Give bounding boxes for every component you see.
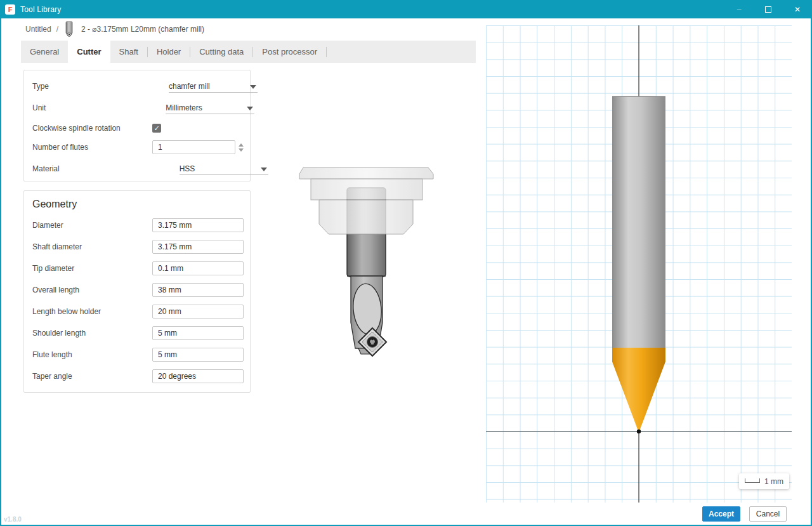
tip-diameter-label: Tip diameter (32, 264, 74, 273)
type-label: Type (32, 82, 49, 91)
scale-value: 1 mm (764, 477, 783, 486)
window-controls: – ✕ (724, 0, 812, 18)
maximize-icon (765, 6, 771, 13)
number-of-flutes-input[interactable] (152, 140, 235, 154)
diameter-label: Diameter (32, 221, 63, 230)
clockwise-rotation-label: Clockwise spindle rotation (32, 124, 121, 133)
type-value: chamfer mill (169, 82, 210, 91)
origin-point (637, 430, 641, 433)
flute-length-input[interactable] (152, 348, 244, 362)
tool-preview-illustration (289, 159, 447, 362)
viewport-canvas (486, 25, 792, 503)
tab-shaft[interactable]: Shaft (110, 41, 147, 63)
overall-length-label: Overall length (32, 286, 79, 294)
chevron-down-icon (247, 107, 253, 110)
shoulder-length-input[interactable] (152, 326, 244, 340)
overall-length-input[interactable] (152, 283, 244, 297)
geometry-card: Geometry Diameter Shaft diameter Tip dia… (23, 190, 251, 393)
diameter-input[interactable] (152, 218, 244, 232)
chevron-down-icon (261, 168, 267, 171)
tab-holder[interactable]: Holder (148, 41, 190, 63)
maximize-button[interactable] (754, 0, 783, 18)
titlebar: F Tool Library – ✕ (0, 0, 812, 18)
shoulder-length-label: Shoulder length (32, 329, 86, 338)
unit-select[interactable]: Millimeters (166, 102, 254, 114)
tool-render (612, 96, 665, 430)
scale-indicator: 1 mm (739, 473, 789, 489)
tab-divider (326, 47, 327, 57)
chevron-down-icon (250, 85, 256, 89)
close-button[interactable]: ✕ (783, 0, 812, 18)
breadcrumb-current-tool: 2 - ⌀3.175mm L20mm (chamfer mill) (81, 25, 204, 34)
taper-angle-label: Taper angle (32, 372, 72, 381)
tab-post-processor[interactable]: Post processor (253, 41, 326, 63)
tip-diameter-input[interactable] (152, 261, 244, 275)
tab-cutter[interactable]: Cutter (68, 41, 110, 63)
accept-button[interactable]: Accept (702, 506, 740, 522)
material-value: HSS (180, 164, 195, 173)
breadcrumb: Untitled / 2 - ⌀3.175mm L20mm (chamfer m… (25, 21, 204, 37)
type-select[interactable]: chamfer mill (169, 80, 258, 93)
version-label: v1.8.0 (4, 516, 22, 523)
cutter-settings-card: Type chamfer mill Unit Millimeters Clock… (23, 70, 251, 181)
material-label: Material (32, 164, 60, 173)
minimize-button[interactable]: – (724, 0, 754, 18)
number-of-flutes-label: Number of flutes (32, 143, 88, 152)
chevron-down-icon (239, 148, 244, 152)
breadcrumb-separator: / (56, 25, 58, 34)
flutes-stepper[interactable] (239, 143, 244, 152)
unit-label: Unit (32, 103, 46, 112)
geometry-title: Geometry (32, 199, 77, 210)
tool-library-dialog: F Tool Library – ✕ Untitled / 2 - ⌀3.175… (0, 0, 812, 526)
shaft-diameter-label: Shaft diameter (32, 242, 82, 251)
tab-general[interactable]: General (21, 41, 68, 63)
scale-ruler-icon (745, 478, 760, 483)
tab-bar: General Cutter Shaft Holder Cutting data… (21, 41, 476, 63)
flute-length-label: Flute length (32, 350, 72, 359)
clockwise-rotation-checkbox[interactable]: ✓ (152, 124, 161, 133)
fusion-logo-icon: F (5, 4, 15, 15)
breadcrumb-root[interactable]: Untitled (25, 25, 51, 34)
length-below-holder-label: Length below holder (32, 307, 101, 316)
length-below-holder-input[interactable] (152, 305, 244, 319)
chevron-up-icon (239, 143, 244, 147)
material-select[interactable]: HSS (180, 162, 268, 175)
unit-value: Millimeters (166, 103, 202, 112)
window-title: Tool Library (20, 5, 61, 14)
tool-thumbnail-icon (63, 21, 75, 37)
tool-viewport[interactable]: 1 mm (486, 25, 792, 503)
tab-cutting-data[interactable]: Cutting data (190, 41, 252, 63)
shaft-diameter-input[interactable] (152, 240, 244, 254)
cancel-button[interactable]: Cancel (749, 506, 787, 522)
taper-angle-input[interactable] (152, 369, 244, 383)
